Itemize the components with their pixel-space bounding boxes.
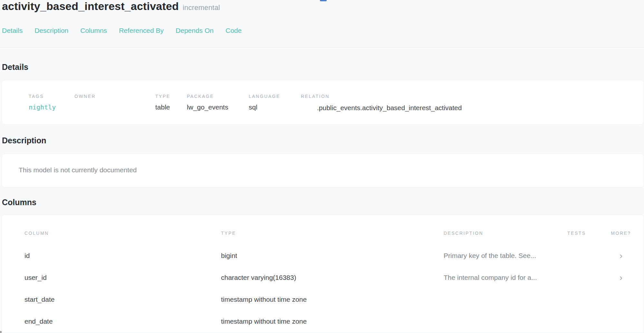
table-row[interactable]: id bigint Primary key of the table. See.… bbox=[2, 245, 644, 267]
tab-details[interactable]: Details bbox=[2, 27, 23, 34]
table-row[interactable]: start_date timestamp without time zone bbox=[2, 289, 644, 310]
column-type: bigint bbox=[221, 252, 237, 260]
description-card: This model is not currently documented bbox=[2, 154, 644, 187]
column-header-column: COLUMN bbox=[24, 231, 49, 236]
column-header-description: DESCRIPTION bbox=[444, 231, 483, 236]
tab-code[interactable]: Code bbox=[226, 27, 242, 34]
expand-row-chevron-icon[interactable]: › bbox=[609, 251, 633, 261]
expand-row-chevron-icon[interactable]: › bbox=[609, 273, 633, 283]
owner-label: OWNER bbox=[74, 94, 96, 99]
clipped-top-element bbox=[320, 0, 327, 1]
materialization-badge: incremental bbox=[183, 4, 220, 12]
section-nav: Details Description Columns Referenced B… bbox=[2, 27, 242, 34]
column-header-type: TYPE bbox=[221, 231, 236, 236]
column-description: Primary key of the table. See... bbox=[444, 252, 536, 260]
column-type: timestamp without time zone bbox=[221, 318, 307, 325]
table-row[interactable]: end_date timestamp without time zone bbox=[2, 310, 644, 332]
tab-columns[interactable]: Columns bbox=[80, 27, 107, 34]
details-card: TAGS nightly OWNER TYPE table PACKAGE lw… bbox=[2, 80, 644, 125]
details-section-heading: Details bbox=[2, 62, 28, 72]
type-value: table bbox=[155, 103, 170, 111]
columns-table-header: COLUMN TYPE DESCRIPTION TESTS MORE? bbox=[2, 231, 644, 237]
detail-field-relation: RELATION .public_events.activity_based_i… bbox=[301, 94, 462, 112]
columns-table-body: id bigint Primary key of the table. See.… bbox=[2, 245, 644, 332]
column-type: timestamp without time zone bbox=[221, 296, 307, 303]
detail-field-type: TYPE table bbox=[155, 94, 170, 111]
relation-value: .public_events.activity_based_interest_a… bbox=[317, 104, 462, 112]
language-label: LANGUAGE bbox=[249, 94, 280, 99]
description-section-heading: Description bbox=[2, 136, 46, 145]
columns-section-heading: Columns bbox=[2, 198, 36, 207]
tab-referenced-by[interactable]: Referenced By bbox=[119, 27, 164, 34]
column-name: id bbox=[24, 252, 30, 260]
tag-nightly[interactable]: nightly bbox=[29, 103, 56, 111]
detail-field-tags: TAGS nightly bbox=[29, 94, 56, 111]
detail-field-package: PACKAGE lw_go_events bbox=[187, 94, 228, 111]
tab-depends-on[interactable]: Depends On bbox=[176, 27, 214, 34]
language-value: sql bbox=[249, 103, 280, 111]
type-label: TYPE bbox=[155, 94, 170, 99]
page-title: activity_based_interest_activatedincreme… bbox=[2, 0, 220, 13]
column-header-more: MORE? bbox=[609, 231, 633, 236]
column-header-tests: TESTS bbox=[567, 231, 586, 236]
model-docs-page: activity_based_interest_activatedincreme… bbox=[0, 0, 644, 333]
column-name: end_date bbox=[24, 318, 53, 325]
package-value: lw_go_events bbox=[187, 103, 228, 111]
column-description: The internal company id for a... bbox=[444, 274, 537, 281]
detail-field-owner: OWNER bbox=[74, 94, 96, 103]
relation-label: RELATION bbox=[301, 94, 462, 99]
tags-label: TAGS bbox=[29, 94, 56, 99]
header-divider bbox=[0, 47, 644, 47]
table-row[interactable]: user_id character varying(16383) The int… bbox=[2, 267, 644, 289]
column-name: user_id bbox=[24, 274, 47, 281]
tab-description[interactable]: Description bbox=[34, 27, 68, 34]
description-text: This model is not currently documented bbox=[19, 166, 137, 174]
columns-card: COLUMN TYPE DESCRIPTION TESTS MORE? id b… bbox=[2, 214, 644, 333]
package-label: PACKAGE bbox=[187, 94, 228, 99]
detail-field-language: LANGUAGE sql bbox=[249, 94, 280, 111]
column-type: character varying(16383) bbox=[221, 274, 296, 281]
model-name: activity_based_interest_activated bbox=[2, 0, 179, 12]
column-name: start_date bbox=[24, 296, 54, 303]
